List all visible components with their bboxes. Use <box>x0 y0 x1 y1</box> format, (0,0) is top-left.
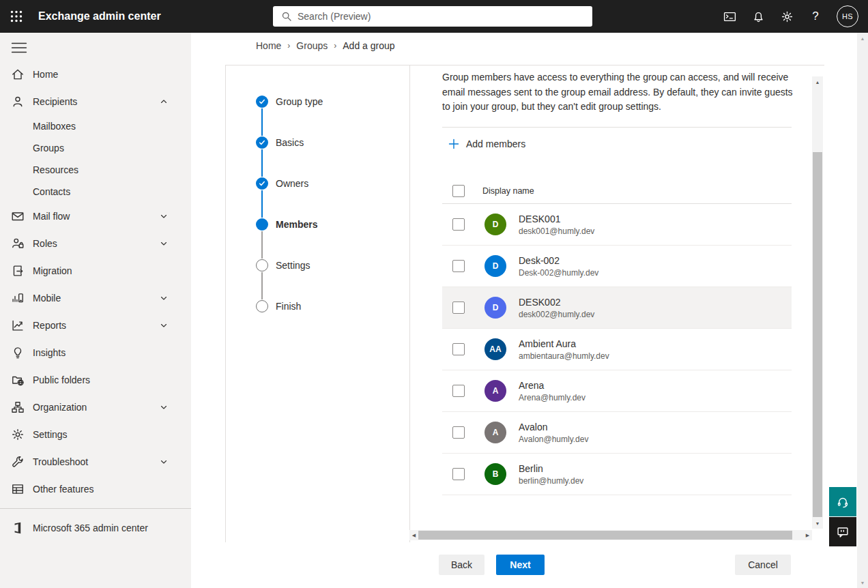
app-launcher-button[interactable] <box>0 0 33 33</box>
breadcrumb-home[interactable]: Home <box>256 40 281 51</box>
row-checkbox[interactable] <box>452 385 465 397</box>
back-button[interactable]: Back <box>439 555 484 575</box>
wizard-step-indicator-group-type[interactable] <box>256 95 268 108</box>
sidebar-item-other-features[interactable]: Other features <box>0 475 191 503</box>
help-button[interactable]: ? <box>801 0 830 33</box>
sidebar-item-label: Mail flow <box>33 211 70 222</box>
member-text: ArenaArena@humly.dev <box>519 379 585 403</box>
wizard-step-indicator-basics[interactable] <box>256 136 268 149</box>
scroll-up-arrow[interactable]: ▲ <box>812 76 823 87</box>
row-checkbox[interactable] <box>452 218 465 231</box>
content-horizontal-scrollbar[interactable]: ◀ ▶ <box>409 530 812 540</box>
sidebar-item-groups[interactable]: Groups <box>0 137 191 159</box>
search-input[interactable] <box>273 6 592 27</box>
sidebar-item-label: Organization <box>33 402 87 413</box>
page-scroll-down-arrow[interactable]: ▼ <box>857 577 868 588</box>
scroll-down-arrow[interactable]: ▼ <box>812 518 823 529</box>
cancel-button[interactable]: Cancel <box>735 555 791 575</box>
check-icon <box>257 97 267 106</box>
cloud-shell-button[interactable] <box>715 0 744 33</box>
sidebar-item-insights[interactable]: Insights <box>0 339 191 366</box>
other-features-icon <box>11 482 25 496</box>
row-checkbox[interactable] <box>452 343 465 355</box>
sidebar-item-mail-flow[interactable]: Mail flow <box>0 203 191 230</box>
description-divider <box>442 127 792 128</box>
horizontal-scrollbar-thumb[interactable] <box>418 531 792 540</box>
row-checkbox[interactable] <box>452 468 465 480</box>
member-row-desk002[interactable]: DDESK002desk002@humly.dev <box>442 287 792 329</box>
sidebar-item-public-folders[interactable]: Public folders <box>0 366 191 394</box>
member-avatar: D <box>484 297 506 319</box>
row-checkbox[interactable] <box>452 426 465 439</box>
settings-icon <box>11 428 25 441</box>
member-row-arena[interactable]: AArenaArena@humly.dev <box>442 370 792 412</box>
member-row-ambient-aura[interactable]: AAAmbient Auraambientaura@humly.dev <box>442 329 792 370</box>
scroll-right-arrow[interactable]: ▶ <box>803 530 812 540</box>
page-scroll-up-arrow[interactable]: ▲ <box>857 33 868 44</box>
search-icon <box>281 11 292 22</box>
troubleshoot-icon <box>11 455 25 469</box>
chevron-down-icon <box>160 294 168 302</box>
select-all-checkbox[interactable] <box>452 185 465 197</box>
sidebar-item-roles[interactable]: Roles <box>0 230 191 257</box>
members-table-header: Display name <box>442 179 792 203</box>
sidebar-item-label: Settings <box>33 429 68 440</box>
member-avatar: AA <box>484 338 506 360</box>
breadcrumb: Home › Groups › Add a group <box>256 40 395 51</box>
notifications-button[interactable] <box>744 0 772 33</box>
wizard-step-indicator-settings[interactable] <box>256 259 268 271</box>
row-checkbox[interactable] <box>452 260 465 272</box>
breadcrumb-current: Add a group <box>343 40 394 51</box>
sidebar-item-home[interactable]: Home <box>0 61 191 88</box>
member-row-berlin[interactable]: BBerlinberlin@humly.dev <box>442 454 792 495</box>
wizard-step-indicator-members[interactable] <box>256 218 268 231</box>
wizard-step-connector <box>261 231 263 259</box>
member-row-desk001[interactable]: DDESK001desk001@humly.dev <box>442 204 792 246</box>
settings-button[interactable] <box>772 0 801 33</box>
sidebar-item-resources[interactable]: Resources <box>0 159 191 181</box>
sidebar-item-reports[interactable]: Reports <box>0 312 191 339</box>
sidebar-item-settings[interactable]: Settings <box>0 421 191 448</box>
add-members-button[interactable]: Add members <box>442 134 525 153</box>
member-row-avalon[interactable]: AAvalonAvalon@humly.dev <box>442 412 792 454</box>
breadcrumb-groups[interactable]: Groups <box>296 40 328 51</box>
member-text: DESK001desk001@humly.dev <box>519 213 594 237</box>
sidebar-item-organization[interactable]: Organization <box>0 394 191 421</box>
sidebar-item-label: Mailboxes <box>33 121 76 132</box>
sidebar-item-label: Resources <box>33 164 78 175</box>
reports-icon <box>11 319 25 332</box>
hamburger-menu-icon[interactable] <box>11 41 27 55</box>
feedback-button[interactable] <box>829 517 856 546</box>
content-vertical-scrollbar[interactable]: ▲ ▼ <box>812 76 823 529</box>
support-button[interactable] <box>829 487 856 516</box>
page-vertical-scrollbar[interactable]: ▲ ▼ <box>857 33 868 588</box>
app-launcher-icon <box>10 10 23 23</box>
member-row-desk-002[interactable]: DDesk-002Desk-002@humly.dev <box>442 246 792 287</box>
scroll-left-arrow[interactable]: ◀ <box>409 530 418 540</box>
sidebar-item-label: Insights <box>33 347 66 358</box>
wizard-step-indicator-owners[interactable] <box>256 177 268 190</box>
row-checkbox[interactable] <box>452 302 465 314</box>
member-email: Avalon@humly.dev <box>519 435 588 445</box>
sidebar-item-mailboxes[interactable]: Mailboxes <box>0 115 191 137</box>
member-avatar: B <box>484 463 506 485</box>
left-navigation: HomeRecipientsMailboxesGroupsResourcesCo… <box>0 33 191 588</box>
member-text: Berlinberlin@humly.dev <box>519 462 583 486</box>
sidebar-item-mobile[interactable]: Mobile <box>0 284 191 312</box>
home-icon <box>11 68 25 81</box>
account-avatar[interactable]: HS <box>837 5 858 27</box>
sidebar-item-label: Groups <box>33 143 64 153</box>
sidebar-item-recipients[interactable]: Recipients <box>0 88 191 115</box>
vertical-scrollbar-thumb[interactable] <box>813 152 822 517</box>
sidebar-item-label: Migration <box>33 265 72 276</box>
sidebar-item-label: Mobile <box>33 293 61 304</box>
sidebar-item-migration[interactable]: Migration <box>0 257 191 284</box>
member-text: Ambient Auraambientaura@humly.dev <box>519 338 609 362</box>
sidebar-item-microsoft-365-admin-center[interactable]: Microsoft 365 admin center <box>0 514 191 542</box>
wizard-step-indicator-finish[interactable] <box>256 300 268 312</box>
sidebar-item-troubleshoot[interactable]: Troubleshoot <box>0 448 191 475</box>
wizard-step-connector <box>261 190 263 218</box>
sidebar-item-contacts[interactable]: Contacts <box>0 181 191 203</box>
next-button[interactable]: Next <box>496 555 545 575</box>
wizard-panel-right-border <box>409 65 410 542</box>
